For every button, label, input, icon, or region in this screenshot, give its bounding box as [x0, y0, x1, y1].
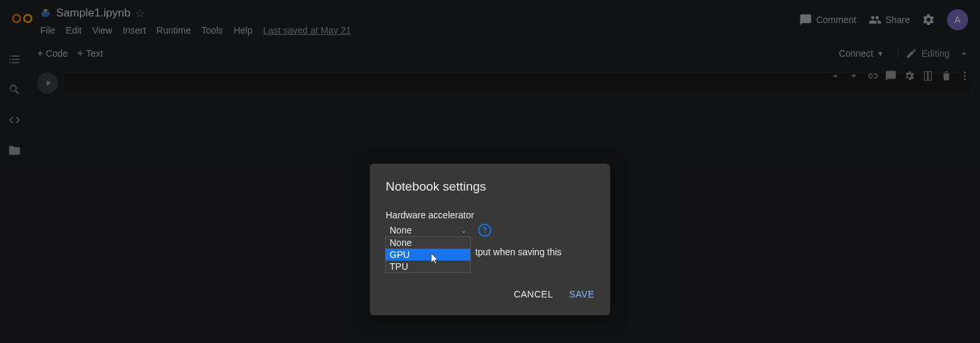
menu-file[interactable]: File — [40, 25, 55, 36]
mirror-cell-icon[interactable] — [922, 70, 934, 84]
snippets-icon[interactable] — [8, 113, 21, 129]
delete-cell-icon[interactable] — [940, 70, 952, 84]
svg-point-0 — [13, 15, 20, 22]
comment-button[interactable]: Comment — [799, 13, 857, 26]
notebook-title[interactable]: Sample1.ipynb — [56, 7, 130, 20]
accelerator-dropdown: None GPU TPU — [385, 236, 471, 273]
svg-point-3 — [964, 75, 966, 77]
share-label: Share — [886, 15, 910, 25]
star-icon[interactable]: ☆ — [135, 7, 145, 20]
option-tpu[interactable]: TPU — [386, 261, 470, 272]
comment-label: Comment — [816, 15, 857, 25]
menu-insert[interactable]: Insert — [123, 25, 146, 36]
move-up-icon[interactable] — [829, 70, 841, 84]
colab-logo — [11, 7, 35, 30]
collapse-icon[interactable] — [956, 46, 972, 61]
option-gpu[interactable]: GPU — [386, 249, 470, 261]
divider — [898, 46, 899, 61]
files-icon[interactable] — [8, 144, 21, 160]
comment-cell-icon[interactable] — [885, 70, 897, 84]
menu-runtime[interactable]: Runtime — [157, 25, 191, 36]
cell-toolbar — [829, 70, 971, 84]
menu-tools[interactable]: Tools — [201, 25, 223, 36]
header-actions: Comment Share A — [799, 9, 968, 30]
title-area: Sample1.ipynb ☆ File Edit View Insert Ru… — [40, 5, 799, 36]
last-saved[interactable]: Last saved at May 21 — [263, 25, 351, 36]
dialog-title: Notebook settings — [386, 179, 594, 194]
cell-settings-icon[interactable] — [903, 70, 915, 84]
cell-area — [37, 73, 971, 94]
menu-edit[interactable]: Edit — [66, 25, 82, 36]
left-rail — [0, 40, 29, 343]
settings-button[interactable] — [922, 13, 935, 26]
connect-button[interactable]: Connect▼ — [839, 48, 884, 59]
share-button[interactable]: Share — [868, 13, 910, 26]
search-icon[interactable] — [8, 83, 21, 99]
chevron-down-icon: ⌄ — [461, 227, 466, 234]
svg-point-2 — [964, 71, 966, 73]
svg-point-1 — [24, 15, 31, 22]
run-cell-button[interactable] — [37, 73, 58, 94]
add-text-button[interactable]: +Text — [77, 48, 103, 59]
link-icon[interactable] — [866, 70, 878, 84]
menu-bar: File Edit View Insert Runtime Tools Help… — [40, 25, 799, 36]
add-code-button[interactable]: +Code — [37, 48, 68, 59]
svg-point-4 — [964, 78, 966, 80]
menu-help[interactable]: Help — [234, 25, 253, 36]
app-header: Sample1.ipynb ☆ File Edit View Insert Ru… — [0, 0, 980, 40]
toc-icon[interactable] — [8, 53, 21, 69]
drive-icon — [40, 8, 51, 18]
menu-view[interactable]: View — [92, 25, 112, 36]
hardware-accelerator-select[interactable]: None ⌄ — [386, 223, 470, 237]
notebook-toolbar: +Code +Text Connect▼ Editing — [29, 42, 980, 65]
hardware-accelerator-label: Hardware accelerator — [386, 210, 594, 220]
avatar[interactable]: A — [947, 9, 968, 30]
move-down-icon[interactable] — [848, 70, 860, 84]
more-icon[interactable] — [959, 70, 971, 84]
cancel-button[interactable]: CANCEL — [514, 289, 553, 299]
editing-mode-button[interactable]: Editing — [905, 47, 950, 59]
save-button[interactable]: SAVE — [569, 289, 594, 299]
option-none[interactable]: None — [386, 237, 470, 249]
help-icon[interactable]: ? — [478, 224, 491, 237]
